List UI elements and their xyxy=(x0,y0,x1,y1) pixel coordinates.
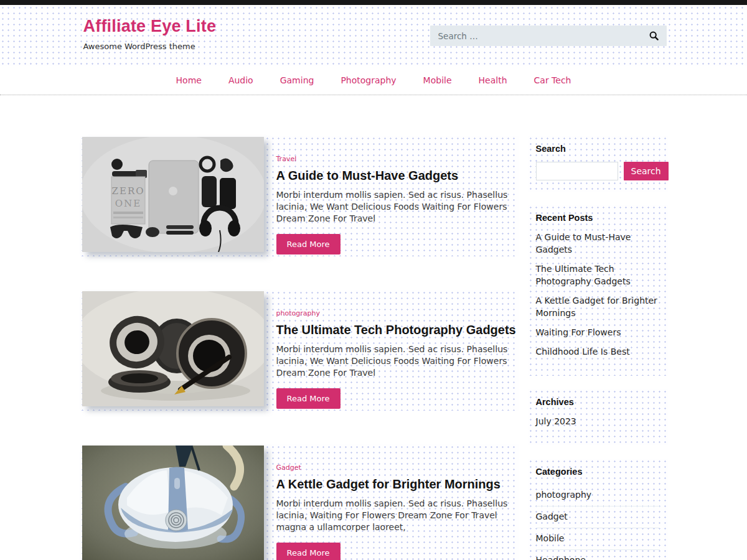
recent-post-item: Childhood Life Is Best xyxy=(536,345,660,358)
category-link[interactable]: photography xyxy=(536,490,592,500)
post-body: photography The Ultimate Tech Photograph… xyxy=(264,291,519,409)
read-more-button[interactable]: Read More xyxy=(276,543,341,560)
archive-item: July 2023 xyxy=(536,415,660,427)
category-item: Headphone xyxy=(536,550,660,560)
header-search-input[interactable] xyxy=(430,31,647,41)
post-body: Travel A Guide to Must-Have Gadgets Morb… xyxy=(264,137,519,254)
widget-categories-title: Categories xyxy=(536,467,660,477)
category-link[interactable]: Gadget xyxy=(536,511,568,521)
header-search-button[interactable] xyxy=(647,31,667,40)
magazine-text-line2: ONE xyxy=(115,198,141,209)
nav-item-health[interactable]: Health xyxy=(479,75,507,85)
recent-post-item: A Guide to Must-Have Gadgets xyxy=(536,231,660,256)
widget-search-title: Search xyxy=(536,144,660,154)
post-title[interactable]: The Ultimate Tech Photography Gadgets xyxy=(276,323,519,337)
recent-post-item: Waiting For Flowers xyxy=(536,326,660,338)
read-more-button[interactable]: Read More xyxy=(276,234,341,254)
category-item: Gadget xyxy=(536,506,660,528)
widget-categories: Categories photography Gadget Mobile Hea… xyxy=(528,459,668,560)
post-excerpt: Morbi interdum mollis sapien. Sed ac ris… xyxy=(276,189,514,225)
post-title[interactable]: A Guide to Must-Have Gadgets xyxy=(276,169,519,183)
nav-item-mobile[interactable]: Mobile xyxy=(423,75,452,85)
recent-post-link[interactable]: Childhood Life Is Best xyxy=(536,347,630,357)
widget-recent-posts-title: Recent Posts xyxy=(536,213,660,223)
sidebar-search-input[interactable] xyxy=(536,162,618,180)
page: Affiliate Eye Lite Awesome WordPress the… xyxy=(0,0,747,560)
nav-item-home[interactable]: Home xyxy=(176,75,202,85)
post-excerpt: Morbi interdum mollis sapien. Sed ac ris… xyxy=(276,498,514,533)
header-search-form xyxy=(430,26,667,46)
post-category-link[interactable]: Gadget xyxy=(276,464,301,472)
post-card: Gadget A Kettle Gadget for Brighter Morn… xyxy=(80,444,519,560)
recent-post-link[interactable]: The Ultimate Tech Photography Gadgets xyxy=(536,264,631,286)
post-card: photography The Ultimate Tech Photograph… xyxy=(80,290,519,411)
search-icon xyxy=(649,31,659,40)
post-body: Gadget A Kettle Gadget for Brighter Morn… xyxy=(264,446,519,560)
nav-item-audio[interactable]: Audio xyxy=(228,75,253,85)
post-thumbnail-lens-tubes[interactable] xyxy=(82,291,264,406)
widget-search: Search Search xyxy=(528,136,668,192)
nav-item-photography[interactable]: Photography xyxy=(341,75,396,85)
sidebar-search-button[interactable]: Search xyxy=(624,162,669,180)
read-more-button[interactable]: Read More xyxy=(276,388,341,409)
category-link[interactable]: Headphone xyxy=(536,555,586,560)
main-nav: Home Audio Gaming Photography Mobile Hea… xyxy=(0,66,747,95)
post-thumbnail-gadgets-flatlay[interactable]: ZERO ONE xyxy=(82,137,264,252)
archive-link[interactable]: July 2023 xyxy=(536,416,576,426)
magazine-text-line1: ZERO xyxy=(111,185,144,197)
widget-archives: Archives July 2023 xyxy=(528,389,668,446)
posts-column: ZERO ONE xyxy=(80,136,519,560)
post-excerpt: Morbi interdum mollis sapien. Sed ac ris… xyxy=(276,343,514,379)
category-item: photography xyxy=(536,485,660,506)
widget-archives-title: Archives xyxy=(536,397,660,407)
post-category-link[interactable]: photography xyxy=(276,309,320,317)
sidebar: Search Search Recent Posts A Guide to Mu… xyxy=(528,136,668,560)
recent-post-item: A Kettle Gadget for Brighter Mornings xyxy=(536,294,660,319)
nav-item-gaming[interactable]: Gaming xyxy=(280,75,314,85)
recent-post-link[interactable]: A Kettle Gadget for Brighter Mornings xyxy=(536,296,657,318)
site-header: Affiliate Eye Lite Awesome WordPress the… xyxy=(0,5,747,66)
post-title[interactable]: A Kettle Gadget for Brighter Mornings xyxy=(276,477,519,492)
recent-post-link[interactable]: Waiting For Flowers xyxy=(536,327,621,337)
widget-recent-posts: Recent Posts A Guide to Must-Have Gadget… xyxy=(528,205,668,376)
nav-item-car-tech[interactable]: Car Tech xyxy=(534,75,571,85)
category-item: Mobile xyxy=(536,528,660,550)
post-thumbnail-kettle[interactable] xyxy=(82,446,264,560)
category-link[interactable]: Mobile xyxy=(536,533,565,543)
post-category-link[interactable]: Travel xyxy=(276,155,297,163)
top-black-bar xyxy=(0,0,747,5)
recent-post-link[interactable]: A Guide to Must-Have Gadgets xyxy=(536,232,631,254)
recent-post-item: The Ultimate Tech Photography Gadgets xyxy=(536,263,660,287)
post-card: ZERO ONE xyxy=(80,136,519,256)
